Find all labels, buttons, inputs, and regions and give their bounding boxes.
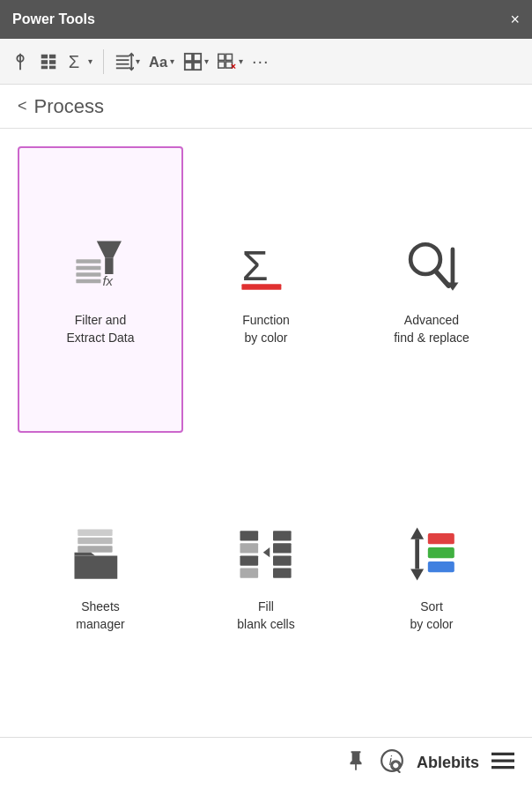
svg-text:×: × (231, 62, 236, 71)
svg-rect-25 (76, 266, 100, 271)
tool-fill-blank[interactable]: Fillblank cells (183, 433, 349, 719)
advanced-find-label: Advancedfind & replace (394, 312, 469, 346)
svg-rect-19 (218, 54, 225, 60)
font-size-arrow: ▾ (170, 56, 174, 66)
svg-rect-16 (194, 53, 201, 60)
grid-dropdown[interactable]: ▾ (183, 52, 209, 71)
svg-rect-40 (240, 532, 258, 541)
svg-rect-41 (240, 544, 258, 554)
svg-marker-50 (410, 569, 424, 581)
tool-sort-color[interactable]: Sortby color (349, 433, 514, 719)
svg-rect-6 (41, 65, 48, 69)
info-icon[interactable]: i (380, 748, 404, 778)
breadcrumb-title: Process (34, 95, 104, 118)
app-title: Power Tools (12, 11, 95, 27)
sheets-manager-label: Sheetsmanager (76, 598, 124, 633)
svg-rect-4 (41, 60, 48, 64)
svg-rect-29 (105, 258, 113, 275)
svg-rect-43 (240, 569, 258, 578)
svg-rect-21 (218, 62, 225, 68)
breadcrumb-bar: < Process (0, 85, 532, 129)
font-size-dropdown[interactable]: Aa ▾ (149, 52, 174, 71)
footer: i Ablebits (0, 737, 532, 788)
sigma-dropdown[interactable]: Σ ▾ (67, 52, 92, 71)
svg-rect-47 (273, 556, 292, 566)
svg-rect-17 (185, 62, 192, 69)
svg-rect-46 (273, 544, 292, 554)
tool-sheets-manager[interactable]: Sheetsmanager (18, 433, 183, 719)
svg-rect-5 (49, 60, 55, 64)
tool-advanced-find[interactable]: Advancedfind & replace (349, 146, 514, 433)
tool-filter-extract[interactable]: fx Filter andExtract Data (18, 146, 183, 433)
more-options[interactable]: ··· (252, 51, 270, 71)
svg-text:Σ: Σ (69, 52, 79, 71)
svg-text:Aa: Aa (149, 54, 168, 70)
svg-rect-39 (78, 546, 112, 554)
sigma-dropdown-arrow: ▾ (88, 56, 92, 66)
grid-arrow: ▾ (204, 56, 209, 66)
fill-blank-label: Fillblank cells (237, 598, 294, 633)
advanced-find-icon (396, 233, 467, 303)
cursor-icon[interactable] (11, 52, 30, 71)
file-icon[interactable] (39, 52, 58, 71)
svg-rect-3 (49, 54, 55, 58)
sort-color-label: Sortby color (410, 598, 453, 633)
svg-marker-44 (262, 547, 270, 557)
tool-function-color[interactable]: Σ Functionby color (183, 146, 349, 433)
svg-rect-54 (427, 561, 454, 572)
svg-rect-42 (240, 556, 258, 566)
filter-extract-icon: fx (65, 233, 136, 303)
svg-rect-27 (76, 279, 100, 284)
svg-text:Σ: Σ (241, 242, 268, 289)
breadcrumb-back-button[interactable]: < (18, 97, 27, 115)
sort-color-icon (396, 519, 467, 590)
grid-x-dropdown[interactable]: × ▾ (218, 52, 243, 71)
svg-rect-53 (427, 547, 454, 558)
close-button[interactable]: × (510, 11, 520, 27)
svg-rect-38 (78, 538, 112, 545)
svg-rect-20 (225, 54, 232, 60)
svg-marker-28 (96, 242, 121, 258)
svg-text:fx: fx (102, 274, 113, 289)
line-spacing-dropdown[interactable]: ▾ (115, 52, 140, 71)
svg-rect-37 (78, 530, 112, 537)
function-color-label: Functionby color (242, 312, 290, 346)
svg-line-34 (435, 271, 448, 286)
sheets-manager-icon (65, 519, 136, 590)
svg-rect-15 (185, 53, 192, 60)
svg-rect-26 (76, 273, 100, 278)
function-color-icon: Σ (231, 233, 301, 303)
svg-rect-32 (241, 285, 281, 291)
filter-extract-label: Filter andExtract Data (66, 312, 134, 346)
svg-rect-24 (76, 260, 100, 264)
toolbar: Σ ▾ ▾ Aa ▾ ▾ (0, 39, 532, 85)
hamburger-menu[interactable] (491, 751, 514, 776)
title-bar: Power Tools × (0, 0, 532, 39)
svg-marker-49 (410, 528, 424, 539)
pin-icon[interactable] (344, 749, 367, 777)
svg-rect-2 (41, 54, 48, 58)
line-spacing-arrow: ▾ (136, 56, 140, 66)
svg-rect-52 (427, 533, 454, 544)
grid-x-arrow: ▾ (239, 56, 243, 66)
fill-blank-icon (231, 519, 301, 590)
svg-rect-48 (273, 569, 292, 578)
tools-grid: fx Filter andExtract Data Σ Functionby c… (0, 129, 532, 737)
brand-name: Ablebits (417, 754, 479, 772)
svg-rect-7 (49, 65, 55, 69)
toolbar-sep-1 (103, 49, 104, 74)
svg-rect-45 (273, 532, 292, 541)
svg-rect-18 (194, 62, 201, 69)
